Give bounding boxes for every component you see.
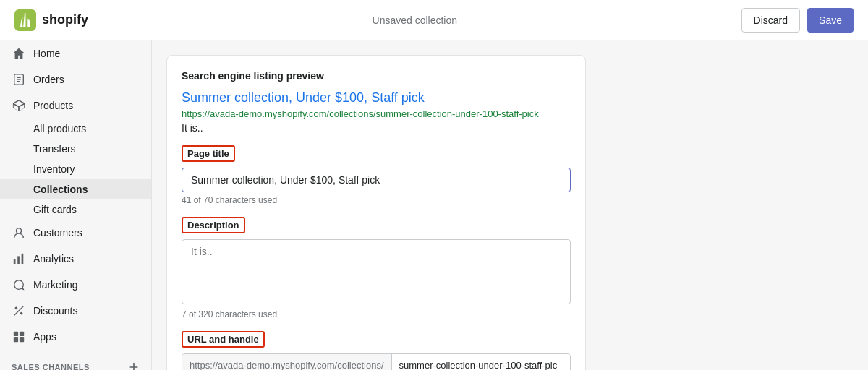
card-title: Search engine listing preview <box>182 70 571 82</box>
marketing-icon <box>12 278 26 292</box>
add-sales-channel-icon[interactable] <box>128 361 140 370</box>
discard-button[interactable]: Discard <box>741 8 800 33</box>
svg-rect-12 <box>20 332 24 336</box>
discounts-icon <box>12 304 26 318</box>
sidebar-item-analytics[interactable]: Analytics <box>0 246 151 272</box>
svg-point-4 <box>16 228 21 233</box>
page-title-label: Page title <box>182 145 235 162</box>
sidebar-item-discounts[interactable]: Discounts <box>0 298 151 324</box>
header-actions: Discard Save <box>741 8 854 33</box>
analytics-icon <box>12 251 26 266</box>
sidebar: Home Orders Products All products Transf… <box>0 40 152 370</box>
sidebar-item-label-apps: Apps <box>33 331 56 343</box>
sidebar-item-marketing[interactable]: Marketing <box>0 272 151 298</box>
sidebar-item-customers[interactable]: Customers <box>0 220 151 246</box>
svg-rect-7 <box>22 254 24 264</box>
page-title-input[interactable] <box>182 168 571 192</box>
sidebar-sub-all-products[interactable]: All products <box>0 119 151 139</box>
seo-preview-desc: It is.. <box>182 122 571 134</box>
svg-rect-13 <box>14 337 18 342</box>
sales-channels-label: SALES CHANNELS <box>12 363 90 370</box>
svg-rect-6 <box>17 256 20 264</box>
svg-point-8 <box>15 307 18 310</box>
sidebar-item-apps[interactable]: Apps <box>0 324 151 350</box>
description-section: Description 7 of 320 characters used <box>182 217 571 319</box>
customers-icon <box>12 225 26 240</box>
svg-rect-5 <box>14 259 16 264</box>
logo-text: shopify <box>42 12 88 27</box>
page-title-section: Page title 41 of 70 characters used <box>182 145 571 205</box>
seo-preview-title[interactable]: Summer collection, Under $100, Staff pic… <box>182 90 571 106</box>
url-handle-section: URL and handle https://avada-demo.myshop… <box>182 331 571 370</box>
url-handle-row: https://avada-demo.myshopify.com/collect… <box>182 353 571 370</box>
logo-icon <box>14 9 36 31</box>
sales-channels-section: SALES CHANNELS <box>0 350 151 370</box>
url-prefix: https://avada-demo.myshopify.com/collect… <box>182 354 392 370</box>
description-label: Description <box>182 217 245 233</box>
seo-card: Search engine listing preview Summer col… <box>166 55 586 370</box>
save-button[interactable]: Save <box>807 8 854 33</box>
svg-point-9 <box>20 312 23 315</box>
sidebar-item-label-analytics: Analytics <box>33 253 74 264</box>
main-content: Search engine listing preview Summer col… <box>152 40 868 370</box>
sidebar-sub-transfers[interactable]: Transfers <box>0 139 151 159</box>
products-icon <box>12 98 26 113</box>
url-handle-input[interactable] <box>392 354 570 370</box>
description-char-count: 7 of 320 characters used <box>182 309 571 319</box>
home-icon <box>12 46 26 61</box>
sidebar-sub-gift-cards[interactable]: Gift cards <box>0 199 151 220</box>
description-textarea[interactable] <box>182 239 571 304</box>
sidebar-sub-inventory[interactable]: Inventory <box>0 159 151 179</box>
orders-icon <box>12 72 26 87</box>
page-title: Unsaved collection <box>373 14 458 26</box>
sidebar-item-orders[interactable]: Orders <box>0 66 151 92</box>
apps-icon <box>12 330 26 344</box>
sidebar-sub-collections[interactable]: Collections <box>0 179 151 199</box>
sidebar-item-label-marketing: Marketing <box>33 279 77 291</box>
url-handle-label: URL and handle <box>182 331 265 348</box>
shopify-logo: shopify <box>14 9 88 31</box>
sidebar-item-label-products: Products <box>33 100 73 111</box>
sidebar-item-label-home: Home <box>33 48 60 59</box>
sidebar-item-label-orders: Orders <box>33 74 64 85</box>
sidebar-item-label-customers: Customers <box>33 227 82 238</box>
sidebar-item-products[interactable]: Products <box>0 92 151 119</box>
seo-preview-url: https://avada-demo.myshopify.com/collect… <box>182 108 571 119</box>
page-title-char-count: 41 of 70 characters used <box>182 195 571 205</box>
svg-rect-11 <box>14 332 18 336</box>
sidebar-item-home[interactable]: Home <box>0 40 151 66</box>
sidebar-item-label-discounts: Discounts <box>33 305 77 317</box>
svg-rect-14 <box>20 337 24 342</box>
